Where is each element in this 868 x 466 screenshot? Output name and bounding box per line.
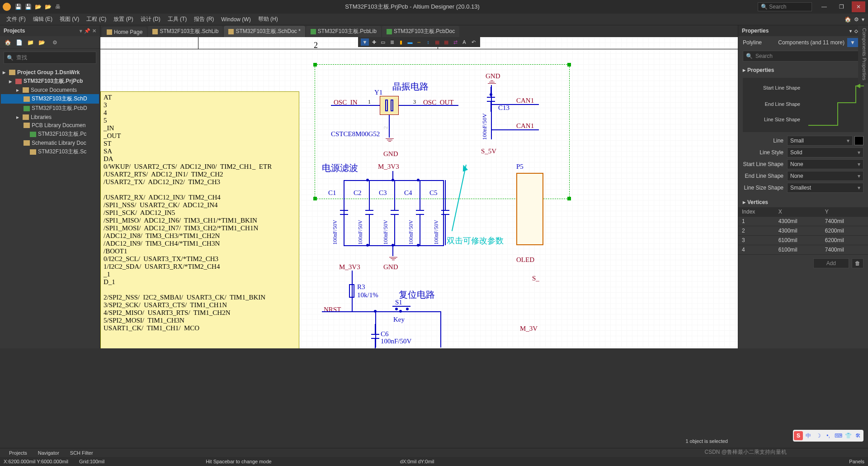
menu-view[interactable]: 视图 (V) (57, 14, 82, 24)
vertices-table[interactable]: Index X Y 14300mil7400mil24300mil6200mil… (738, 207, 868, 255)
tree-node[interactable]: Schematic Library Doc (1, 139, 99, 147)
side-tabs[interactable]: Components Properties (858, 25, 868, 83)
start-shape-dropdown[interactable]: None (787, 159, 863, 169)
align-icon[interactable]: ▮ (397, 38, 405, 46)
size-shape-dropdown[interactable]: Smallest (787, 183, 863, 193)
panel-tab-projects[interactable]: Projects (4, 449, 33, 456)
chevron-icon[interactable]: ▸ (9, 78, 14, 85)
home-icon[interactable]: 🏠 (5, 39, 11, 46)
panel-tab-navigator[interactable]: Navigator (33, 449, 65, 456)
menu-icon[interactable]: ▾ (849, 29, 852, 33)
minimize-icon[interactable]: — (817, 1, 831, 12)
chevron-icon[interactable]: ▸ (3, 69, 7, 76)
designator-c1: C1 (328, 189, 336, 197)
table-row[interactable]: 36100mil6200mil (738, 236, 868, 245)
ime-keyboard-icon[interactable]: ⌨ (834, 431, 843, 440)
ime-zh[interactable]: 中 (804, 431, 813, 440)
pin-icon[interactable]: ▾ (80, 28, 82, 34)
folder-open-icon[interactable]: 📂 (38, 39, 45, 46)
menu-edit[interactable]: 编辑 (E) (30, 14, 55, 24)
doc-tab[interactable]: STM32F103主板.SchLib (148, 26, 223, 37)
swap-icon[interactable]: ⇄ (451, 38, 459, 46)
end-shape-dropdown[interactable]: None (787, 171, 863, 181)
ime-skin-icon[interactable]: 👕 (844, 431, 853, 440)
spacing-icon[interactable]: ↔ (415, 38, 423, 46)
menu-place[interactable]: 放置 (P) (111, 14, 136, 24)
text-icon[interactable]: A (460, 38, 468, 46)
filter-icon[interactable]: ▼ (847, 38, 858, 47)
pin-icon[interactable]: 📌 (84, 28, 90, 34)
chevron-icon[interactable]: ▸ (16, 114, 21, 120)
selection-scope[interactable]: Components (and 11 more) (778, 39, 844, 46)
close-icon[interactable]: ✕ (852, 1, 865, 12)
ime-moon-icon[interactable]: ☽ (814, 431, 823, 440)
chevron-down-icon[interactable]: ▸ (743, 67, 745, 73)
tree-node[interactable]: ▸Libraries (1, 113, 99, 121)
delete-vertex-button[interactable]: 🗑 (852, 258, 863, 268)
folder-icon[interactable]: 📁 (27, 39, 34, 46)
table-row[interactable]: 24300mil6200mil (738, 226, 868, 236)
grid-icon[interactable]: ▦ (433, 38, 441, 46)
doc-tab[interactable]: Home Page (102, 27, 147, 37)
line-style-dropdown[interactable]: Solid (787, 147, 863, 157)
menu-tools[interactable]: 工具 (T) (165, 14, 190, 24)
ime-toolbar[interactable]: S 中 ☽ •, ⌨ 👕 🛠 (793, 430, 863, 442)
pin-icon[interactable]: ◇ (854, 29, 858, 33)
tree-node[interactable]: STM32F103主板.PcbD (1, 104, 99, 113)
open-recent-icon[interactable]: 📂 (44, 3, 52, 10)
color-swatch[interactable] (854, 136, 863, 145)
tree-node[interactable]: ▸Project Group 1.DsnWrk (1, 68, 99, 76)
sch-icon (30, 149, 36, 155)
menu-reports[interactable]: 报告 (R) (191, 14, 217, 24)
maximize-icon[interactable]: ❐ (835, 1, 848, 12)
ime-toolbox-icon[interactable]: 🛠 (854, 431, 863, 440)
tree-node[interactable]: ▸STM32F103主板.PrjPcb (1, 76, 99, 86)
spacing-icon[interactable]: ↕ (424, 38, 432, 46)
table-row[interactable]: 46100mil7400mil (738, 245, 868, 255)
tree-node[interactable]: ▸Source Documents (1, 86, 99, 94)
global-search-input[interactable]: 🔍 Search (758, 2, 812, 11)
chevron-down-icon[interactable]: ▸ (743, 199, 745, 205)
add-vertex-button[interactable]: Add (813, 258, 849, 268)
undo-icon[interactable]: ↶ (469, 38, 477, 46)
filter-icon[interactable]: ▼ (361, 38, 369, 46)
new-doc-icon[interactable]: 📄 (16, 39, 23, 46)
menu-file[interactable]: 文件 (F) (4, 14, 28, 24)
menu-project[interactable]: 工程 (C) (84, 14, 109, 24)
properties-search-input[interactable]: 🔍 Search (743, 51, 863, 62)
panel-tab-schfilter[interactable]: SCH Filter (65, 449, 99, 456)
menu-window[interactable]: Window (W) (218, 15, 253, 24)
open-icon[interactable]: 📂 (34, 3, 42, 10)
refresh-icon[interactable]: ⚙ (52, 39, 57, 46)
menu-help[interactable]: 帮助 (H) (255, 14, 281, 24)
line-width-dropdown[interactable]: Small (787, 136, 853, 146)
doc-tab[interactable]: STM32F103主板.SchDoc * (224, 26, 305, 37)
grid-icon[interactable]: ▦ (442, 38, 450, 46)
align-icon[interactable]: ≣ (388, 38, 396, 46)
table-row[interactable]: 14300mil7400mil (738, 217, 868, 226)
tree-node[interactable]: STM32F103主板.Pc (1, 129, 99, 139)
panels-button[interactable]: Panels (849, 459, 864, 464)
chevron-down-icon[interactable]: ▾ (862, 16, 864, 23)
tree-node[interactable]: STM32F103主板.SchD (1, 94, 99, 104)
align-icon[interactable]: ▬ (406, 38, 414, 46)
select-icon[interactable]: ▭ (379, 38, 387, 46)
print-icon[interactable]: 🖶 (54, 3, 61, 10)
gear-icon[interactable]: ⚙ (854, 16, 859, 23)
ime-logo[interactable]: S (794, 431, 803, 440)
close-panel-icon[interactable]: ✕ (92, 28, 96, 34)
schematic-canvas[interactable]: 2 AT 3 4 5 _IN _OUT ST SA DA 0/WKUP/ USA… (100, 37, 738, 348)
projects-search-input[interactable]: 🔍 查找 (4, 52, 96, 64)
chevron-icon[interactable]: ▸ (16, 87, 21, 93)
doc-tab[interactable]: STM32F103主板.PcbLib (306, 26, 381, 37)
tree-node[interactable]: STM32F103主板.Sc (1, 147, 99, 157)
move-icon[interactable]: ✚ (370, 38, 378, 46)
home-icon[interactable]: 🏠 (844, 16, 851, 23)
ime-punct-icon[interactable]: •, (824, 431, 833, 440)
save-all-icon[interactable]: 💾 (24, 3, 32, 10)
tree-node[interactable]: PCB Library Documen (1, 121, 99, 129)
menu-design[interactable]: 设计 (D) (138, 14, 163, 24)
projects-tree[interactable]: ▸Project Group 1.DsnWrk▸STM32F103主板.PrjP… (0, 67, 100, 348)
save-icon[interactable]: 💾 (14, 3, 22, 10)
doc-tab[interactable]: STM32F103主板.PcbDoc (382, 26, 459, 37)
